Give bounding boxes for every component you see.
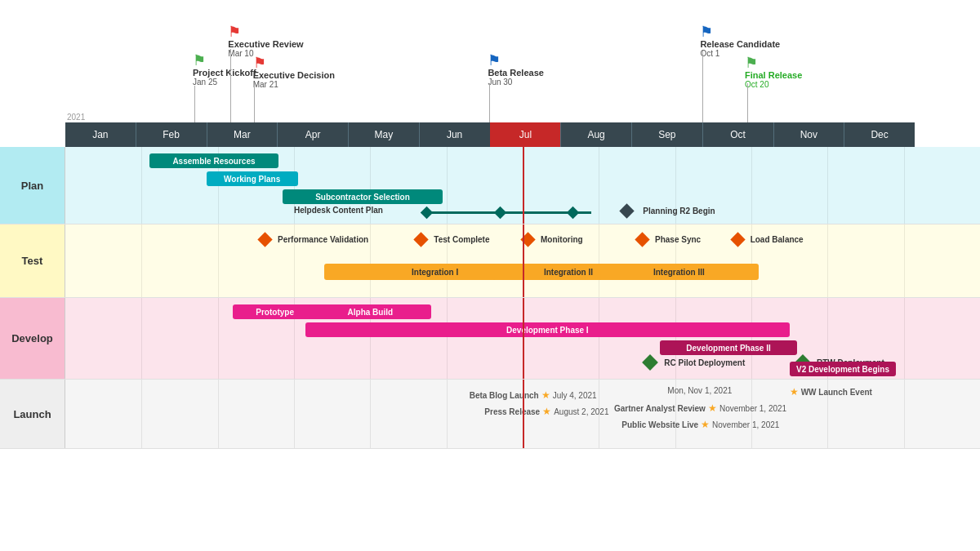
- milestone-release-candidate: ⚑ Release Candidate Oct 1: [700, 24, 780, 58]
- develop-row: Develop Prototype Alpha Build: [0, 298, 980, 380]
- month-aug: Aug: [561, 122, 632, 147]
- month-nov: Nov: [774, 122, 845, 147]
- bar-working-plans: Working Plans: [207, 171, 298, 186]
- diamond-test-complete: Test Complete: [416, 234, 489, 245]
- launch-ww-event: ★ WW Launch Event: [790, 386, 872, 398]
- diamond-helpdesk-2: [494, 207, 507, 220]
- milestone-final-release: ⚑ Final Release Oct 20: [745, 56, 802, 89]
- month-may: May: [349, 122, 420, 147]
- month-jul: Jul: [491, 122, 562, 147]
- month-jun: Jun: [420, 122, 491, 147]
- launch-date-nov1: Mon, Nov 1, 2021: [667, 386, 732, 395]
- bar-alpha-build: Alpha Build: [310, 304, 431, 319]
- bar-integration-iii: Integration III: [599, 264, 759, 280]
- month-jan: Jan: [65, 122, 136, 147]
- diamond-perf-validation: Performance Validation: [260, 234, 368, 245]
- diamond-helpdesk-1: [421, 207, 434, 220]
- plan-row: Plan Assemble Resources Working Plans: [0, 147, 980, 224]
- bar-v2-dev: V2 Development Begins: [790, 362, 897, 376]
- launch-press-release: Press Release ★ August 2, 2021: [484, 406, 608, 417]
- bar-subcontractor-selection: Subcontractor Selection: [283, 189, 443, 204]
- test-label: Test: [0, 224, 65, 297]
- month-oct: Oct: [703, 122, 774, 147]
- bar-dev-phase-ii: Development Phase II: [660, 340, 797, 355]
- launch-row: Launch Beta Blog Launch ★ July 4, 2021: [0, 380, 980, 449]
- bar-assemble-resources: Assemble Resources: [149, 153, 279, 168]
- launch-beta-blog: Beta Blog Launch ★ July 4, 2021: [470, 389, 597, 401]
- diamond-planning-r2: Planning R2 Begin: [621, 206, 715, 216]
- diamond-phase-sync: Phase Sync: [637, 234, 701, 245]
- diamond-load-balance: Load Balance: [733, 234, 804, 245]
- launch-public-website: Public Website Live ★ November 1, 2021: [621, 419, 779, 430]
- month-mar: Mar: [207, 122, 278, 147]
- test-row: Test Performance Validation: [0, 224, 980, 298]
- year-label: 2021: [67, 113, 85, 122]
- bar-dev-phase-i: Development Phase I: [305, 322, 790, 337]
- launch-gartner: Gartner Analyst Review ★ November 1, 202…: [614, 402, 786, 414]
- diamond-rc-pilot: RC Pilot Deployment: [644, 357, 745, 368]
- milestone-project-kickoff: ⚑ Project Kickoff Jan 25: [193, 53, 256, 87]
- month-feb: Feb: [136, 122, 207, 147]
- month-sep: Sep: [632, 122, 703, 147]
- milestone-exec-review: ⚑ Executive Review Mar 10: [228, 24, 303, 58]
- milestone-exec-decision: ⚑ Executive Decision Mar 21: [253, 56, 335, 89]
- label-helpdesk: Helpdesk Content Plan: [294, 206, 383, 215]
- diamond-monitoring: Monitoring: [523, 234, 583, 245]
- diamond-helpdesk-3: [567, 207, 580, 220]
- month-dec: Dec: [844, 122, 915, 147]
- bar-prototype: Prototype: [233, 304, 317, 319]
- timeline-header: Jan Feb Mar Apr May Jun Jul Aug Sep Oct …: [65, 122, 915, 147]
- milestone-beta-release: ⚑ Beta Release Jun 30: [488, 53, 544, 87]
- develop-label: Develop: [0, 298, 65, 379]
- gantt-container: ⚑ Project Kickoff Jan 25 ⚑ Executive Rev…: [0, 0, 980, 551]
- plan-label: Plan: [0, 147, 65, 224]
- launch-label: Launch: [0, 380, 65, 448]
- month-apr: Apr: [278, 122, 349, 147]
